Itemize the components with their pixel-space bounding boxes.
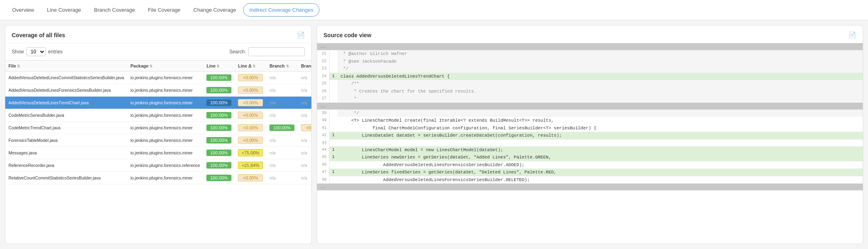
line-hits: 1 [329,132,337,139]
line-hits [329,58,337,65]
cell-branch: n/a [266,84,298,97]
code-line: 40 <T> LinesChartModel create(final Iter… [317,117,863,124]
code-line: 23 */ [317,65,863,73]
left-panel-header: Coverage of all files 📄 [5,25,311,43]
table-row[interactable]: CodeMetricTrendChart.java io.jenkins.plu… [5,122,311,134]
cell-line-delta: +0.00% [235,134,266,147]
line-content: <T> LinesChartModel create(final Iterabl… [337,117,863,124]
cell-line: 100.00% [203,147,235,159]
col-line[interactable]: Line [203,61,235,72]
line-hits [329,50,337,58]
line-content: AddedVersusDeletedLinesForensicsSeriesBu… [337,176,863,184]
cell-branch-delta: n/a [298,134,311,147]
col-branch[interactable]: Branch [266,61,298,72]
cell-branch-delta: n/a [298,72,311,84]
line-number: 43 [317,139,329,146]
code-line: 24 1 class AddedVersusDeletedLinesTrendC… [317,73,863,80]
cell-line: 100.00% [203,159,235,172]
cell-branch: n/a [266,147,298,159]
cell-line: 100.00% [203,97,235,109]
line-hits [329,95,337,103]
cell-line-delta: +0.00% [235,72,266,84]
line-hits [329,110,337,117]
line-hits [329,65,337,73]
line-content: * Creates the chart for the specified re… [337,88,863,95]
table-row[interactable]: Messages.java io.jenkins.plugins.forensi… [5,147,311,159]
line-content: * [337,95,863,103]
cell-branch-delta: n/a [298,109,311,122]
table-header-row: File Package Line Line Δ Branch Branch Δ… [5,61,311,72]
line-content: LinesChartModel model = new LinesChartMo… [337,146,863,154]
line-number: 22 [317,58,329,65]
cell-package: io.jenkins.plugins.forensics.miner [127,122,203,134]
left-panel-title: Coverage of all files [12,32,65,38]
line-hits [329,80,337,88]
line-content: final ChartModelConfiguration configurat… [337,124,863,132]
show-label: Show [12,49,24,55]
line-number: 47 [317,169,329,176]
line-content: * @author Ullrich Hafner [337,50,863,58]
table-row[interactable]: AddedVersusDeletedLinesCommitStatisticsS… [5,72,311,84]
code-line: 42 1 LinesDataSet dataSet = seriesBuilde… [317,132,863,139]
line-number: 41 [317,124,329,132]
line-hits [329,139,337,146]
code-line: 47 1 LineSeries fixedSeries = getSeries(… [317,169,863,176]
table-row[interactable]: ForensicsTableModel.java io.jenkins.plug… [5,134,311,147]
cell-branch: n/a [266,172,298,184]
nav-tab-branch-coverage[interactable]: Branch Coverage [88,4,141,16]
cell-file: Messages.java [5,147,127,159]
code-line: .. [317,184,863,190]
cell-branch-delta: n/a [298,172,311,184]
line-hits [329,161,337,169]
search-input[interactable] [248,47,305,56]
entries-select[interactable]: 10 25 50 [26,47,46,56]
col-file[interactable]: File [5,61,127,72]
line-content: AddedVersusDeletedLinesForensicsSeriesBu… [337,161,863,169]
cell-file: ReferenceRecorder.java [5,159,127,172]
col-line-delta[interactable]: Line Δ [235,61,266,72]
cell-branch-delta: n/a [298,147,311,159]
cell-file: AddedVersusDeletedLinesForensicsSeriesBu… [5,84,127,97]
cell-line-delta: +0.00% [235,97,266,109]
cell-branch: n/a [266,159,298,172]
table-row[interactable]: AddedVersusDeletedLinesTrendChart.java i… [5,97,311,109]
line-content: class AddedVersusDeletedLinesTrendChart … [337,73,863,80]
col-package[interactable]: Package [127,61,203,72]
line-number: 48 [317,176,329,184]
cell-branch-delta: n/a [298,159,311,172]
code-line: 43 [317,139,863,146]
line-number: 21 [317,50,329,58]
cell-branch-delta: n/a [298,84,311,97]
line-number: 44 [317,146,329,154]
nav-tab-indirect-coverage[interactable]: Indirect Coverage Changes [243,3,319,17]
nav-tab-line-coverage[interactable]: Line Coverage [41,4,87,16]
line-hits: 1 [329,146,337,154]
table-row[interactable]: RelativeCountCommitStatisticsSeriesBuild… [5,172,311,184]
code-line: 25 /** [317,80,863,88]
main-content: Coverage of all files 📄 Show 10 25 50 en… [0,20,868,249]
table-row[interactable]: AddedVersusDeletedLinesForensicsSeriesBu… [5,84,311,97]
source-code-content: .. 21 * @author Ullrich Hafner 22 * @see… [317,43,863,244]
cell-file: RelativeCountCommitStatisticsSeriesBuild… [5,172,127,184]
cell-package: io.jenkins.plugins.forensics.miner [127,97,203,109]
cell-package: io.jenkins.plugins.forensics.miner [127,109,203,122]
cell-line-delta: +0.00% [235,84,266,97]
cell-line-delta: +0.00% [235,172,266,184]
cell-line: 100.00% [203,134,235,147]
line-number: 27 [317,95,329,103]
code-line: 39 */ [317,110,863,117]
nav-tab-overview[interactable]: Overview [6,4,40,16]
table-row[interactable]: CodeMetricSeriesBuilder.java io.jenkins.… [5,109,311,122]
line-content: */ [337,65,863,73]
cell-package: io.jenkins.plugins.forensics.reference [127,159,203,172]
code-line: 27 * [317,95,863,103]
cell-package: io.jenkins.plugins.forensics.miner [127,147,203,159]
nav-tab-change-coverage[interactable]: Change Coverage [188,4,242,16]
line-hits: 1 [329,154,337,161]
table-row[interactable]: ReferenceRecorder.java io.jenkins.plugin… [5,159,311,172]
line-number: 39 [317,110,329,117]
col-branch-delta[interactable]: Branch Δ [298,61,311,72]
nav-tab-file-coverage[interactable]: File Coverage [142,4,186,16]
cell-line: 100.00% [203,72,235,84]
left-panel: Coverage of all files 📄 Show 10 25 50 en… [5,25,312,244]
